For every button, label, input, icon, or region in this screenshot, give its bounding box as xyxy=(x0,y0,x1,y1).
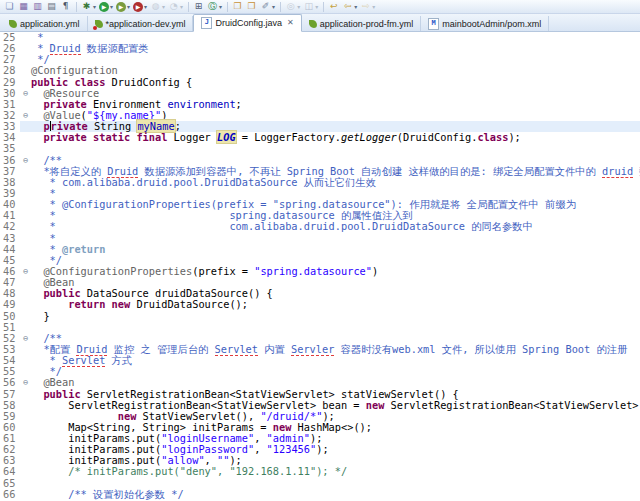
debug-icon: ✱ xyxy=(81,1,92,12)
new-table-button[interactable]: ⊞ xyxy=(192,1,205,13)
code-text: * @return xyxy=(31,244,640,255)
fold-gutter xyxy=(20,166,31,177)
code-line[interactable]: 26 * Druid 数据源配置类 xyxy=(0,43,640,54)
line-number: 43 xyxy=(0,233,20,244)
open-task-button[interactable]: ❐ xyxy=(231,1,244,13)
java-file-icon: J xyxy=(201,17,212,29)
code-token: environment xyxy=(167,98,235,110)
run-history-button[interactable]: ▶▾ xyxy=(132,1,148,13)
save-all-button[interactable]: ▥ xyxy=(31,1,44,13)
spring-yaml-file-icon xyxy=(309,20,317,28)
code-line[interactable]: 66 /** 设置初始化参数 */ xyxy=(0,489,640,500)
fold-toggle-icon[interactable]: ⊖ xyxy=(20,333,31,344)
profile-button[interactable]: ◍▾ xyxy=(149,1,166,13)
code-line[interactable]: 34 private static final Logger LOG = Log… xyxy=(0,132,640,143)
tab-mainbootadmin-pom-xml[interactable]: MmainbootAdmin/pom.xml xyxy=(421,16,549,31)
code-line-content: * com.alibaba.druid.pool.DruidDataSource… xyxy=(20,221,640,232)
line-number: 64 xyxy=(0,466,20,477)
code-token: (prefix = xyxy=(192,265,254,277)
fold-gutter xyxy=(20,43,31,54)
open-type-button[interactable]: Ⓖ▾ xyxy=(206,1,223,13)
last-edit-location-button[interactable]: ↩ xyxy=(327,1,340,13)
fold-gutter xyxy=(20,400,31,411)
close-icon[interactable]: ✕ xyxy=(287,19,294,27)
dropdown-arrow-icon[interactable]: ▾ xyxy=(162,3,165,10)
search-button[interactable]: ✐▾ xyxy=(259,1,276,13)
code-line-content: * Druid 数据源配置类 xyxy=(20,43,640,54)
dropdown-arrow-icon[interactable]: ▾ xyxy=(272,3,275,10)
fold-toggle-icon[interactable]: ⊖ xyxy=(20,377,31,388)
back-button[interactable]: ⇦▾ xyxy=(341,1,358,13)
open-resource-button[interactable]: ❐ xyxy=(245,1,258,13)
run-button[interactable]: ▶▾ xyxy=(98,1,114,13)
show-whitespace-button[interactable]: ¶ xyxy=(59,1,72,13)
toolbar-separator xyxy=(227,2,228,12)
code-line[interactable]: 42 * com.alibaba.druid.pool.DruidDataSou… xyxy=(0,221,640,232)
code-line[interactable]: 46⊖ @ConfigurationProperties(prefix = "s… xyxy=(0,266,640,277)
code-line[interactable]: 51 xyxy=(0,322,640,333)
code-token: Servlet xyxy=(62,354,105,367)
code-token: private static final xyxy=(43,131,167,143)
fold-toggle-icon[interactable]: ⊖ xyxy=(20,88,31,99)
tab-label: application-prod-fm.yml xyxy=(320,19,414,29)
code-token xyxy=(31,465,68,477)
toolbar-separator xyxy=(323,2,324,12)
code-line[interactable]: 55 */ xyxy=(0,366,640,377)
tab-application-yml[interactable]: application.yml xyxy=(2,16,88,31)
save-button[interactable]: ▦ xyxy=(17,1,30,13)
fold-gutter xyxy=(20,299,31,310)
code-editor[interactable]: 25 *26 * Druid 数据源配置类27 */28@Configurati… xyxy=(0,32,640,501)
dropdown-arrow-icon[interactable]: ▾ xyxy=(93,3,96,10)
code-line[interactable]: 49 return new DruidDataSource(); xyxy=(0,299,640,310)
fold-gutter xyxy=(20,422,31,433)
dropdown-arrow-icon[interactable]: ▾ xyxy=(110,3,113,10)
dropdown-arrow-icon[interactable]: ▾ xyxy=(354,3,357,10)
new-wizard-icon: ❏ xyxy=(4,1,15,12)
new-wizard-button[interactable]: ❏ xyxy=(3,1,16,13)
spring-yaml-file-icon xyxy=(95,20,103,28)
code-text: * com.alibaba.druid.pool.DruidDataSource… xyxy=(31,177,640,188)
dropdown-arrow-icon[interactable]: ▾ xyxy=(315,3,318,10)
code-line[interactable]: 38 * com.alibaba.druid.pool.DruidDataSou… xyxy=(0,177,640,188)
line-number: 56 xyxy=(0,377,20,388)
fold-gutter xyxy=(20,411,31,422)
tab-application-prod-fm-yml[interactable]: application-prod-fm.yml xyxy=(302,16,422,31)
fold-toggle-icon[interactable]: ⊖ xyxy=(20,155,31,166)
coverage-button[interactable]: ▶▾ xyxy=(115,1,131,13)
annotation-button[interactable]: ◎▾ xyxy=(284,1,301,13)
code-line[interactable]: 54 * Servlet 方式 xyxy=(0,355,640,366)
toolbar-separator xyxy=(280,2,281,12)
code-token: Servlet xyxy=(215,343,258,356)
code-line[interactable]: 44 * @return xyxy=(0,244,640,255)
dropdown-arrow-icon[interactable]: ▾ xyxy=(127,3,130,10)
profile-icon: ◍ xyxy=(150,1,161,12)
tab-druidconfig-java[interactable]: JDruidConfig.java✕ xyxy=(193,14,301,32)
tab-application-dev-yml[interactable]: *application-dev.yml xyxy=(88,16,194,31)
dropdown-arrow-icon[interactable]: ▾ xyxy=(180,3,183,10)
jar-button[interactable]: ◫▾ xyxy=(302,1,319,13)
code-token: ; xyxy=(236,98,242,110)
dropdown-arrow-icon[interactable]: ▾ xyxy=(219,3,222,10)
fold-gutter xyxy=(20,199,31,210)
dropdown-arrow-icon[interactable]: ▾ xyxy=(144,3,147,10)
debug-button[interactable]: ✱▾ xyxy=(80,1,97,13)
dropdown-arrow-icon[interactable]: ▾ xyxy=(372,3,375,10)
code-line[interactable]: 64 /* initParams.put("deny", "192.168.1.… xyxy=(0,466,640,477)
code-line[interactable]: 50 } xyxy=(0,311,640,322)
print-button[interactable]: ▤ xyxy=(45,1,58,13)
forward-button[interactable]: ⇨▾ xyxy=(359,1,376,13)
code-token: ); xyxy=(508,131,520,143)
open-resource-icon: ❐ xyxy=(246,1,257,12)
code-text: * Servlet 方式 xyxy=(31,355,640,366)
code-token: druid xyxy=(602,165,633,178)
fold-gutter xyxy=(20,32,31,43)
code-line[interactable]: 35 xyxy=(0,143,640,154)
fold-gutter xyxy=(20,121,31,132)
fold-gutter xyxy=(20,244,31,255)
code-text: private static final Logger LOG = Logger… xyxy=(31,132,640,143)
dropdown-arrow-icon[interactable]: ▾ xyxy=(297,3,300,10)
fold-gutter xyxy=(20,177,31,188)
external-tools-button[interactable]: ◔▾ xyxy=(167,1,184,13)
fold-toggle-icon[interactable]: ⊖ xyxy=(20,110,31,121)
fold-toggle-icon[interactable]: ⊖ xyxy=(20,266,31,277)
